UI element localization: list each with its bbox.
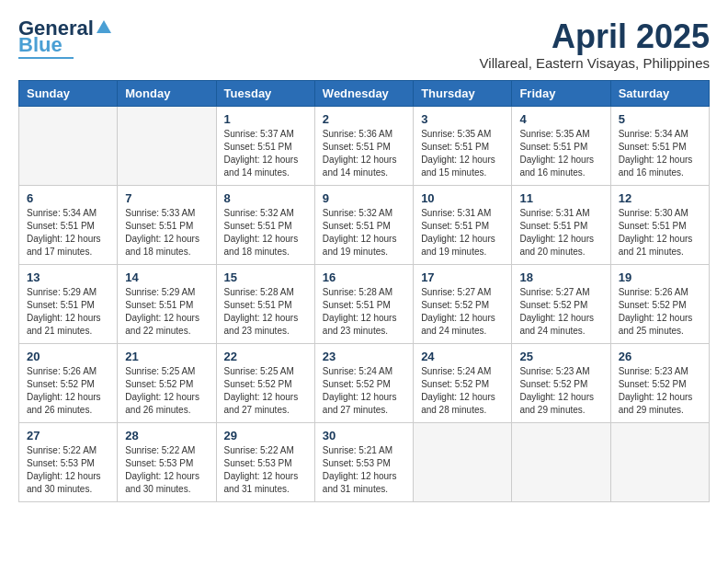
month-year-title: April 2025 — [480, 18, 710, 55]
day-number: 28 — [125, 429, 208, 442]
day-number: 26 — [619, 350, 701, 363]
calendar-cell: 22Sunrise: 5:25 AM Sunset: 5:52 PM Dayli… — [216, 343, 314, 422]
day-info: Sunrise: 5:31 AM Sunset: 5:51 PM Dayligh… — [421, 207, 504, 259]
calendar-cell: 24Sunrise: 5:24 AM Sunset: 5:52 PM Dayli… — [414, 343, 512, 422]
day-info: Sunrise: 5:27 AM Sunset: 5:52 PM Dayligh… — [421, 286, 504, 338]
logo-icon — [96, 18, 112, 35]
day-number: 4 — [519, 112, 602, 126]
weekday-header-tuesday: Tuesday — [216, 80, 314, 106]
calendar-week-row: 13Sunrise: 5:29 AM Sunset: 5:51 PM Dayli… — [19, 264, 710, 343]
day-info: Sunrise: 5:22 AM Sunset: 5:53 PM Dayligh… — [27, 444, 109, 496]
calendar-cell — [512, 422, 610, 501]
day-number: 9 — [323, 191, 405, 205]
day-info: Sunrise: 5:34 AM Sunset: 5:51 PM Dayligh… — [27, 207, 109, 259]
day-info: Sunrise: 5:25 AM Sunset: 5:52 PM Dayligh… — [125, 365, 208, 417]
day-info: Sunrise: 5:22 AM Sunset: 5:53 PM Dayligh… — [224, 444, 307, 496]
calendar-week-row: 1Sunrise: 5:37 AM Sunset: 5:51 PM Daylig… — [19, 106, 710, 185]
calendar-cell: 30Sunrise: 5:21 AM Sunset: 5:53 PM Dayli… — [314, 422, 413, 501]
day-info: Sunrise: 5:21 AM Sunset: 5:53 PM Dayligh… — [323, 444, 405, 496]
day-number: 11 — [519, 191, 602, 205]
day-number: 21 — [125, 350, 208, 363]
day-number: 10 — [421, 191, 504, 205]
day-info: Sunrise: 5:30 AM Sunset: 5:51 PM Dayligh… — [619, 207, 701, 259]
day-number: 20 — [27, 350, 109, 363]
calendar-cell: 8Sunrise: 5:32 AM Sunset: 5:51 PM Daylig… — [216, 185, 314, 264]
day-info: Sunrise: 5:22 AM Sunset: 5:53 PM Dayligh… — [125, 444, 208, 496]
svg-marker-0 — [97, 20, 111, 33]
calendar-cell: 4Sunrise: 5:35 AM Sunset: 5:51 PM Daylig… — [512, 106, 610, 185]
calendar-cell: 12Sunrise: 5:30 AM Sunset: 5:51 PM Dayli… — [610, 185, 709, 264]
calendar-cell: 9Sunrise: 5:32 AM Sunset: 5:51 PM Daylig… — [314, 185, 413, 264]
day-number: 29 — [224, 429, 307, 442]
calendar-cell: 28Sunrise: 5:22 AM Sunset: 5:53 PM Dayli… — [118, 422, 216, 501]
weekday-header-sunday: Sunday — [19, 80, 118, 106]
day-info: Sunrise: 5:23 AM Sunset: 5:52 PM Dayligh… — [519, 365, 602, 417]
calendar-cell: 6Sunrise: 5:34 AM Sunset: 5:51 PM Daylig… — [19, 185, 118, 264]
day-info: Sunrise: 5:26 AM Sunset: 5:52 PM Dayligh… — [619, 286, 701, 338]
calendar-cell: 17Sunrise: 5:27 AM Sunset: 5:52 PM Dayli… — [414, 264, 512, 343]
calendar-cell: 25Sunrise: 5:23 AM Sunset: 5:52 PM Dayli… — [512, 343, 610, 422]
calendar-cell: 23Sunrise: 5:24 AM Sunset: 5:52 PM Dayli… — [314, 343, 413, 422]
title-section: April 2025 Villareal, Eastern Visayas, P… — [480, 18, 710, 71]
day-number: 13 — [27, 270, 109, 284]
day-number: 12 — [619, 191, 701, 205]
calendar-cell: 21Sunrise: 5:25 AM Sunset: 5:52 PM Dayli… — [118, 343, 216, 422]
day-number: 2 — [323, 112, 405, 126]
day-info: Sunrise: 5:25 AM Sunset: 5:52 PM Dayligh… — [224, 365, 307, 417]
calendar-cell — [118, 106, 216, 185]
calendar-cell: 5Sunrise: 5:34 AM Sunset: 5:51 PM Daylig… — [610, 106, 709, 185]
calendar-cell: 26Sunrise: 5:23 AM Sunset: 5:52 PM Dayli… — [610, 343, 709, 422]
calendar-table: SundayMondayTuesdayWednesdayThursdayFrid… — [18, 80, 710, 502]
calendar-cell: 19Sunrise: 5:26 AM Sunset: 5:52 PM Dayli… — [610, 264, 709, 343]
page-header: General Blue April 2025 Villareal, Easte… — [18, 18, 710, 71]
calendar-cell: 16Sunrise: 5:28 AM Sunset: 5:51 PM Dayli… — [314, 264, 413, 343]
day-number: 18 — [519, 270, 602, 284]
calendar-cell: 14Sunrise: 5:29 AM Sunset: 5:51 PM Dayli… — [118, 264, 216, 343]
day-number: 7 — [125, 191, 208, 205]
calendar-cell: 7Sunrise: 5:33 AM Sunset: 5:51 PM Daylig… — [118, 185, 216, 264]
weekday-header-row: SundayMondayTuesdayWednesdayThursdayFrid… — [19, 80, 710, 106]
calendar-cell: 10Sunrise: 5:31 AM Sunset: 5:51 PM Dayli… — [414, 185, 512, 264]
day-info: Sunrise: 5:32 AM Sunset: 5:51 PM Dayligh… — [224, 207, 307, 259]
day-info: Sunrise: 5:35 AM Sunset: 5:51 PM Dayligh… — [519, 128, 602, 179]
logo-text-blue: Blue — [18, 35, 63, 55]
logo: General Blue — [18, 18, 112, 59]
calendar-cell — [610, 422, 709, 501]
calendar-cell — [19, 106, 118, 185]
calendar-week-row: 27Sunrise: 5:22 AM Sunset: 5:53 PM Dayli… — [19, 422, 710, 501]
day-number: 8 — [224, 191, 307, 205]
day-number: 19 — [619, 270, 701, 284]
calendar-week-row: 6Sunrise: 5:34 AM Sunset: 5:51 PM Daylig… — [19, 185, 710, 264]
calendar-week-row: 20Sunrise: 5:26 AM Sunset: 5:52 PM Dayli… — [19, 343, 710, 422]
weekday-header-thursday: Thursday — [414, 80, 512, 106]
day-info: Sunrise: 5:34 AM Sunset: 5:51 PM Dayligh… — [619, 128, 701, 179]
day-number: 5 — [619, 112, 701, 126]
day-number: 3 — [421, 112, 504, 126]
day-number: 1 — [224, 112, 307, 126]
day-info: Sunrise: 5:35 AM Sunset: 5:51 PM Dayligh… — [421, 128, 504, 179]
day-info: Sunrise: 5:32 AM Sunset: 5:51 PM Dayligh… — [323, 207, 405, 259]
day-number: 14 — [125, 270, 208, 284]
day-number: 6 — [27, 191, 109, 205]
weekday-header-monday: Monday — [118, 80, 216, 106]
weekday-header-wednesday: Wednesday — [314, 80, 413, 106]
day-number: 15 — [224, 270, 307, 284]
calendar-cell: 20Sunrise: 5:26 AM Sunset: 5:52 PM Dayli… — [19, 343, 118, 422]
logo-divider — [18, 57, 74, 59]
day-number: 24 — [421, 350, 504, 363]
day-info: Sunrise: 5:28 AM Sunset: 5:51 PM Dayligh… — [224, 286, 307, 338]
calendar-cell: 3Sunrise: 5:35 AM Sunset: 5:51 PM Daylig… — [414, 106, 512, 185]
day-number: 16 — [323, 270, 405, 284]
location-subtitle: Villareal, Eastern Visayas, Philippines — [480, 55, 710, 71]
day-info: Sunrise: 5:33 AM Sunset: 5:51 PM Dayligh… — [125, 207, 208, 259]
day-number: 30 — [323, 429, 405, 442]
day-info: Sunrise: 5:28 AM Sunset: 5:51 PM Dayligh… — [323, 286, 405, 338]
calendar-cell: 1Sunrise: 5:37 AM Sunset: 5:51 PM Daylig… — [216, 106, 314, 185]
calendar-cell: 29Sunrise: 5:22 AM Sunset: 5:53 PM Dayli… — [216, 422, 314, 501]
calendar-cell — [414, 422, 512, 501]
day-number: 23 — [323, 350, 405, 363]
day-info: Sunrise: 5:27 AM Sunset: 5:52 PM Dayligh… — [519, 286, 602, 338]
weekday-header-friday: Friday — [512, 80, 610, 106]
day-number: 17 — [421, 270, 504, 284]
calendar-cell: 11Sunrise: 5:31 AM Sunset: 5:51 PM Dayli… — [512, 185, 610, 264]
